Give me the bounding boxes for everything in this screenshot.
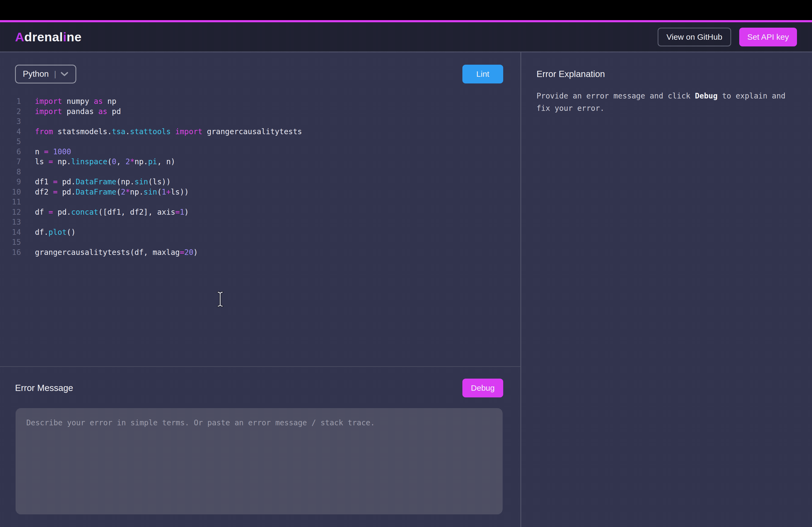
chevron-down-icon <box>60 71 69 77</box>
code-line: 3 <box>0 117 515 127</box>
line-number: 11 <box>11 197 21 207</box>
code-line: 4from statsmodels.tsa.stattools import g… <box>0 127 515 137</box>
app-header: Adrenaline View on GitHub Set API key <box>0 22 812 51</box>
code-line: 15 <box>0 237 515 247</box>
error-explanation-title: Error Explanation <box>536 69 796 79</box>
view-on-github-button[interactable]: View on GitHub <box>657 28 731 46</box>
line-number: 14 <box>11 227 21 238</box>
set-api-key-button[interactable]: Set API key <box>739 28 797 46</box>
code-editor[interactable]: 1import numpy as np2import pandas as pd3… <box>0 96 515 257</box>
code-line: 8 <box>0 167 515 177</box>
code-line: 2import pandas as pd <box>0 107 515 117</box>
error-message-input[interactable] <box>16 408 503 514</box>
code-text: grangercausalitytests(df, maxlag=20) <box>35 247 198 258</box>
code-line: 10df2 = pd.DataFrame(2*np.sin(1+ls)) <box>0 187 515 197</box>
code-line: 16grangercausalitytests(df, maxlag=20) <box>0 247 515 258</box>
code-line: 5 <box>0 137 515 147</box>
debug-button[interactable]: Debug <box>462 379 503 397</box>
header-actions: View on GitHub Set API key <box>657 28 797 46</box>
line-number: 7 <box>11 157 21 167</box>
line-number: 2 <box>11 107 21 117</box>
code-text: from statsmodels.tsa.stattools import gr… <box>35 127 302 137</box>
error-message-header-row: Error Message Debug <box>15 379 503 397</box>
language-dropdown-value: Python <box>23 69 49 79</box>
code-line: 13 <box>0 217 515 227</box>
line-number: 6 <box>11 147 21 157</box>
dropdown-separator: | <box>54 70 56 79</box>
code-text: import numpy as np <box>35 96 116 107</box>
main-content: Python | Lint 1import numpy as np2import… <box>0 51 812 527</box>
logo-letter: i <box>63 30 67 44</box>
logo-letter: drenal <box>24 30 63 44</box>
top-black-bar <box>0 0 812 20</box>
horizontal-divider <box>0 366 520 367</box>
code-line: 11 <box>0 197 515 207</box>
language-dropdown[interactable]: Python | <box>15 65 76 84</box>
text-cursor-icon <box>216 291 224 308</box>
code-text: df2 = pd.DataFrame(2*np.sin(1+ls)) <box>35 187 189 197</box>
code-editor-panel: Python | Lint 1import numpy as np2import… <box>0 52 520 527</box>
line-number: 13 <box>11 217 21 227</box>
code-line: 1import numpy as np <box>0 96 515 107</box>
lint-button[interactable]: Lint <box>462 65 503 84</box>
editor-toolbar: Python | Lint <box>15 65 503 84</box>
code-line: 6n = 1000 <box>0 147 515 157</box>
error-explanation-description: Provide an error message and click Debug… <box>536 90 796 115</box>
line-number: 9 <box>11 177 21 187</box>
logo-letter: A <box>15 30 24 44</box>
app-logo: Adrenaline <box>15 30 82 44</box>
line-number: 15 <box>11 237 21 247</box>
accent-divider-line <box>0 20 812 22</box>
code-line: 14df.plot() <box>0 227 515 238</box>
code-text: df.plot() <box>35 227 76 238</box>
line-number: 12 <box>11 207 21 217</box>
line-number: 16 <box>11 247 21 258</box>
code-text: n = 1000 <box>35 147 71 157</box>
line-number: 4 <box>11 127 21 137</box>
code-text: df1 = pd.DataFrame(np.sin(ls)) <box>35 177 171 187</box>
code-text: import pandas as pd <box>35 107 121 117</box>
code-text: ls = np.linspace(0, 2*np.pi, n) <box>35 157 175 167</box>
line-number: 8 <box>11 167 21 177</box>
line-number: 1 <box>11 96 21 107</box>
line-number: 3 <box>11 117 21 127</box>
code-text: df = pd.concat([df1, df2], axis=1) <box>35 207 189 217</box>
code-line: 9df1 = pd.DataFrame(np.sin(ls)) <box>0 177 515 187</box>
code-line: 7ls = np.linspace(0, 2*np.pi, n) <box>0 157 515 167</box>
error-explanation-panel: Error Explanation Provide an error messa… <box>521 52 812 527</box>
logo-letter: ne <box>67 30 82 44</box>
line-number: 5 <box>11 137 21 147</box>
code-line: 12df = pd.concat([df1, df2], axis=1) <box>0 207 515 217</box>
line-number: 10 <box>11 187 21 197</box>
error-message-title: Error Message <box>15 383 73 393</box>
